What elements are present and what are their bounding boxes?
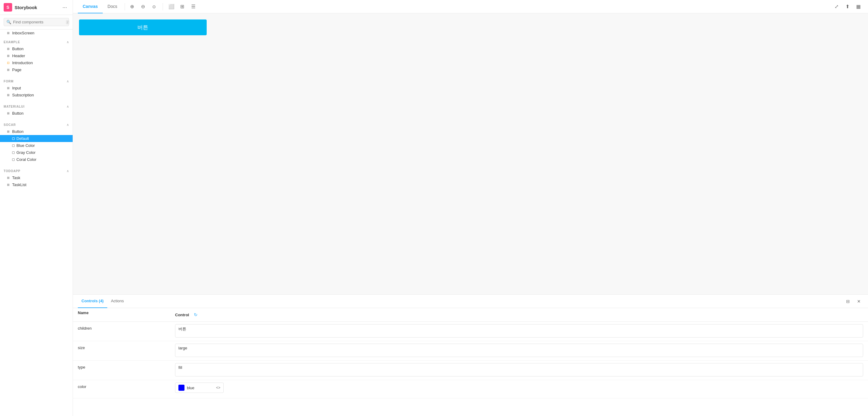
chevron-icon: <>: [216, 386, 220, 390]
sidebar-toggle-button[interactable]: ▦: [854, 2, 863, 11]
sub-item-dot-icon: [12, 138, 14, 140]
item-label: TaskList: [12, 182, 26, 187]
main-content: Canvas Docs ⊕ ⊖ ⊙ ⬜ ⊞: [73, 0, 868, 416]
item-label: Button: [12, 47, 24, 51]
sub-item-dot-icon: [12, 151, 14, 154]
tab-actions[interactable]: Actions: [107, 295, 128, 308]
book-icon: ⊞: [6, 129, 10, 134]
app-name: Storybook: [14, 5, 37, 10]
sidebar-item-inbox[interactable]: ⊞ InboxScreen: [0, 29, 73, 36]
chevron-icon-socar: ∧: [67, 123, 69, 127]
storybook-logo-icon: S: [4, 3, 12, 11]
sidebar: S Storybook ··· 🔍 / ⊞ InboxScreen EXAMPL…: [0, 0, 73, 416]
preview-button[interactable]: 버튼: [79, 20, 207, 35]
sidebar-item-example-page[interactable]: ⊞ Page: [0, 66, 73, 73]
grid-icon: ⊞: [180, 4, 184, 9]
color-control[interactable]: blue <>: [175, 383, 224, 393]
book-icon: ⊞: [6, 176, 10, 180]
control-row-children: children 버튼: [73, 322, 868, 341]
section-title-example: EXAMPLE: [4, 40, 20, 44]
sidebar-icon: ▦: [856, 4, 861, 9]
section-header-example[interactable]: EXAMPLE ∧: [0, 39, 73, 45]
chevron-icon-form: ∧: [67, 79, 69, 83]
sidebar-sub-item-blue-color[interactable]: Blue Color: [0, 142, 73, 149]
list-icon: ☰: [191, 4, 195, 9]
close-icon: ✕: [857, 299, 861, 304]
ctrl-value-children: 버튼: [170, 322, 868, 341]
sidebar-item-form-input[interactable]: ⊞ Input: [0, 85, 73, 92]
topbar-tabs: Canvas Docs: [78, 0, 122, 13]
size-input[interactable]: large: [175, 344, 863, 357]
sidebar-item-form-subscription[interactable]: ⊞ Subscription: [0, 92, 73, 98]
ctrl-name-children: children: [73, 322, 170, 335]
list-view-button[interactable]: ☰: [188, 2, 198, 11]
search-input[interactable]: [13, 20, 64, 24]
layout-icon: ⊟: [846, 299, 850, 304]
section-todoapp: TODOAPP ∧ ⊞ Task ⊞ TaskList: [0, 166, 73, 191]
sidebar-sub-item-coral-color[interactable]: Coral Color: [0, 156, 73, 163]
sidebar-item-materialui-button[interactable]: ⊞ Button: [0, 110, 73, 117]
section-header-todoapp[interactable]: TODOAPP ∧: [0, 168, 73, 174]
color-label: blue: [187, 386, 214, 390]
controls-layout-button[interactable]: ⊟: [844, 297, 852, 306]
tab-docs[interactable]: Docs: [103, 0, 122, 13]
section-header-materialui[interactable]: MATERIALUI ∧: [0, 103, 73, 110]
share-icon: ⬆: [845, 4, 849, 9]
chevron-icon-example: ∧: [67, 40, 69, 44]
tab-controls[interactable]: Controls (4): [78, 295, 107, 308]
type-input[interactable]: fill: [175, 363, 863, 377]
zoom-reset-button[interactable]: ⊙: [149, 2, 159, 11]
sidebar-item-example-introduction[interactable]: ⊡ Introduction: [0, 59, 73, 66]
item-label: Introduction: [12, 61, 33, 65]
ctrl-name-type: type: [73, 361, 170, 374]
book-icon: ⊞: [6, 31, 10, 35]
inbox-label: InboxScreen: [12, 31, 34, 35]
section-materialui: MATERIALUI ∧ ⊞ Button: [0, 101, 73, 119]
children-input[interactable]: 버튼: [175, 324, 863, 337]
book-icon: ⊞: [6, 183, 10, 187]
sidebar-item-example-button[interactable]: ⊞ Button: [0, 45, 73, 52]
section-header-socar[interactable]: SOCAR ∧: [0, 122, 73, 128]
item-label: Task: [12, 175, 20, 180]
sub-item-label: Gray Color: [17, 150, 36, 155]
sub-item-dot-icon: [12, 144, 14, 147]
sidebar-item-example-header[interactable]: ⊞ Header: [0, 52, 73, 59]
logo-area: S Storybook: [4, 3, 37, 11]
controls-close-button[interactable]: ✕: [855, 297, 863, 306]
more-button[interactable]: ···: [60, 3, 69, 11]
item-label: Button: [12, 129, 24, 134]
sidebar-header: S Storybook ···: [0, 0, 73, 15]
sidebar-item-todoapp-tasklist[interactable]: ⊞ TaskList: [0, 181, 73, 188]
book-icon: ⊞: [6, 93, 10, 97]
book-icon: ⊞: [6, 111, 10, 116]
ctrl-value-color: blue <>: [170, 380, 868, 395]
topbar: Canvas Docs ⊕ ⊖ ⊙ ⬜ ⊞: [73, 0, 868, 13]
section-form: FORM ∧ ⊞ Input ⊞ Subscription: [0, 76, 73, 101]
section-header-form[interactable]: FORM ∧: [0, 78, 73, 85]
expand-button[interactable]: ⤢: [832, 2, 841, 11]
grid-view-button[interactable]: ⊞: [178, 2, 187, 11]
sidebar-item-socar-button[interactable]: ⊞ Button: [0, 128, 73, 135]
sidebar-sub-item-gray-color[interactable]: Gray Color: [0, 149, 73, 156]
col-name-header: Name: [78, 310, 175, 319]
zoom-out-button[interactable]: ⊖: [138, 2, 148, 11]
search-icon: 🔍: [6, 20, 11, 24]
controls-tab-right: ⊟ ✕: [844, 297, 863, 306]
tab-canvas[interactable]: Canvas: [78, 0, 103, 13]
search-shortcut: /: [66, 20, 69, 24]
refresh-button[interactable]: ↻: [191, 310, 200, 319]
image-view-button[interactable]: ⬜: [166, 2, 176, 11]
item-label: Subscription: [12, 93, 34, 97]
book-icon: ⊞: [6, 68, 10, 72]
section-title-form: FORM: [4, 80, 14, 83]
sidebar-item-todoapp-task[interactable]: ⊞ Task: [0, 174, 73, 181]
sub-item-label: Coral Color: [17, 157, 36, 162]
section-title-materialui: MATERIALUI: [4, 105, 25, 108]
zoom-reset-icon: ⊙: [152, 4, 156, 9]
zoom-in-button[interactable]: ⊕: [127, 2, 137, 11]
search-input-wrap: 🔍 /: [4, 18, 69, 26]
share-button[interactable]: ⬆: [842, 2, 852, 11]
topbar-divider: [125, 3, 125, 10]
color-code-toggle[interactable]: <>: [216, 386, 220, 390]
sidebar-sub-item-default[interactable]: Default: [0, 135, 73, 142]
